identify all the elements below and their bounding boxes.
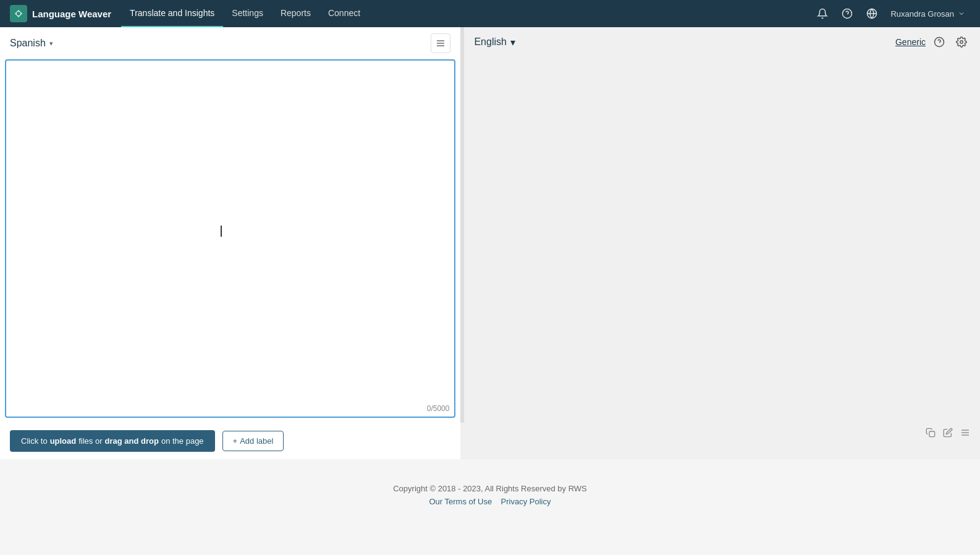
privacy-link[interactable]: Privacy Policy (501, 497, 551, 506)
upload-text-3: on the page (161, 436, 204, 446)
add-label-plus: + (233, 436, 238, 446)
target-output-area (469, 57, 975, 418)
target-panel: English ▾ Generic (464, 27, 980, 423)
nav-item-connect[interactable]: Connect (319, 0, 369, 27)
source-panel: Spanish ▾ 0/5000 (0, 27, 460, 423)
target-panel-header: English ▾ Generic (464, 27, 980, 57)
user-menu-button[interactable]: Ruxandra Grosan (885, 2, 970, 25)
main-content: Spanish ▾ 0/5000 (0, 27, 980, 459)
source-textarea[interactable] (6, 61, 454, 417)
svg-rect-12 (929, 431, 935, 437)
add-label-text: Add label (240, 436, 273, 446)
generic-label[interactable]: Generic (895, 37, 926, 47)
nav-item-reports[interactable]: Reports (272, 0, 319, 27)
upload-text-1: Click to (21, 436, 48, 446)
menu-icon[interactable] (960, 428, 970, 440)
char-count: 0/5000 (427, 404, 450, 413)
svg-point-11 (960, 41, 963, 44)
language-switch-button[interactable] (431, 33, 450, 53)
upload-button[interactable]: Click to upload files or drag and drop o… (10, 430, 215, 452)
terms-link[interactable]: Our Terms of Use (429, 497, 492, 506)
source-language-chevron: ▾ (49, 40, 53, 48)
left-bottom: Click to upload files or drag and drop o… (0, 423, 460, 459)
footer: Copyright © 2018 - 2023, All Rights Rese… (0, 459, 980, 519)
bottom-row: Click to upload files or drag and drop o… (0, 423, 980, 459)
target-language-selector[interactable]: English ▾ (474, 36, 515, 48)
nav-item-translate[interactable]: Translate and Insights (121, 0, 223, 27)
brand-icon (10, 5, 27, 22)
target-language-chevron: ▾ (510, 36, 515, 48)
notification-button[interactable] (811, 2, 834, 25)
source-text-area: 0/5000 (5, 59, 455, 418)
user-globe-button[interactable] (861, 2, 883, 25)
source-language-selector[interactable]: Spanish ▾ (10, 38, 53, 49)
upload-bold-2: drag and drop (105, 436, 159, 446)
brand-name: Language Weaver (32, 9, 111, 19)
target-language-label: English (474, 36, 506, 48)
edit-icon[interactable] (943, 428, 953, 440)
help-button[interactable] (836, 2, 858, 25)
translation-area: Spanish ▾ 0/5000 (0, 27, 980, 423)
navbar-right: Ruxandra Grosan (811, 2, 970, 25)
add-label-button[interactable]: + Add label (222, 431, 284, 451)
source-language-label: Spanish (10, 38, 46, 49)
right-bottom (460, 423, 980, 459)
brand-logo[interactable]: Language Weaver (10, 5, 111, 22)
upload-bold-1: upload (50, 436, 77, 446)
footer-copyright: Copyright © 2018 - 2023, All Rights Rese… (10, 484, 970, 493)
upload-text-2: files or (78, 436, 102, 446)
svg-point-1 (17, 12, 20, 15)
bottom-actions: Click to upload files or drag and drop o… (0, 423, 460, 459)
copy-icon[interactable] (926, 428, 936, 440)
right-bottom-icons (460, 423, 980, 445)
username: Ruxandra Grosan (890, 9, 954, 19)
navbar: Language Weaver Translate and Insights S… (0, 0, 980, 27)
source-panel-header: Spanish ▾ (0, 27, 460, 59)
target-help-icon[interactable] (931, 33, 948, 51)
target-settings-icon[interactable] (953, 33, 970, 51)
nav-item-settings[interactable]: Settings (223, 0, 272, 27)
